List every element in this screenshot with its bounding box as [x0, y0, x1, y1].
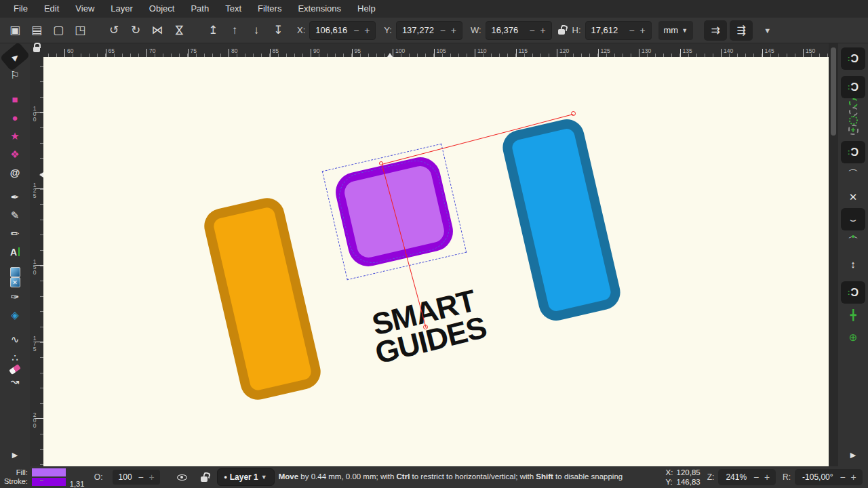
lower-to-bottom-button[interactable]: ↧ [267, 20, 289, 41]
deselect-button[interactable]: ▢ [47, 20, 69, 41]
blue-rectangle[interactable] [499, 116, 623, 324]
gradient-tool[interactable] [10, 267, 20, 277]
snap-bounding-box[interactable]: Ɔ [841, 76, 865, 98]
dropper-tool[interactable]: ✑ [3, 287, 27, 306]
y-increment-button[interactable]: + [448, 25, 459, 36]
snapbar-expand-arrow[interactable]: ▶ [850, 451, 856, 460]
scale-stroke-toggle[interactable]: ⇉ [704, 20, 727, 41]
opacity-value[interactable]: 100 [115, 472, 136, 482]
paint-bucket-tool[interactable]: ◈ [3, 306, 27, 324]
snap-smooth-nodes[interactable]: ⌒ [841, 230, 865, 253]
lower-button[interactable]: ↓ [245, 20, 267, 41]
rotation-decrement-button[interactable]: − [837, 472, 848, 483]
h-decrement-button[interactable]: − [627, 25, 637, 36]
snap-global-toggle[interactable]: Ɔ [841, 47, 865, 70]
rectangle-tool[interactable]: ■ [3, 90, 27, 108]
w-field[interactable]: 16,376 − + [486, 21, 552, 40]
snap-bbox-centers[interactable]: + [848, 125, 859, 135]
zoom-value[interactable]: 241% [722, 472, 751, 482]
x-increment-button[interactable]: + [361, 25, 372, 36]
vertical-ruler[interactable]: 100125150175200 [30, 52, 43, 488]
scrollbar-thumb[interactable] [831, 47, 836, 136]
w-value[interactable]: 16,376 [489, 25, 527, 35]
snap-nodes-paths[interactable]: Ɔ [841, 141, 865, 163]
zoom-field[interactable]: 241% − + [718, 469, 776, 485]
mesh-gradient-tool[interactable]: ✕ [10, 277, 20, 287]
box3d-tool[interactable]: ❖ [3, 145, 27, 163]
star-tool[interactable]: ★ [3, 127, 27, 145]
layer-lock-toggle[interactable] [195, 469, 213, 485]
opacity-increment-button[interactable]: + [146, 472, 157, 483]
menu-item[interactable]: Object [141, 0, 183, 18]
menu-item[interactable]: Path [182, 0, 217, 18]
opacity-field[interactable]: 100 − + [113, 470, 160, 485]
calligraphy-tool[interactable]: ✏ [3, 224, 27, 243]
snap-line-midpoints[interactable]: ↕ [841, 253, 865, 275]
select-all-button[interactable]: ▣ [4, 20, 26, 41]
raise-to-top-button[interactable]: ↥ [202, 20, 224, 41]
x-field[interactable]: 106,616 − + [309, 21, 376, 40]
ellipse-tool[interactable]: ● [3, 108, 27, 127]
spray-tool[interactable]: ∴ [3, 348, 27, 367]
canvas[interactable]: SMART GUIDES [43, 57, 829, 466]
menu-item[interactable]: Layer [102, 0, 141, 18]
rotate-ccw-button[interactable]: ↺ [103, 20, 125, 41]
w-decrement-button[interactable]: − [527, 25, 538, 36]
snap-bbox-corners[interactable] [849, 107, 858, 116]
selection-touch-button[interactable]: ◳ [69, 20, 91, 41]
snap-path-intersections[interactable]: ✕ [841, 186, 865, 208]
orange-rectangle[interactable] [201, 195, 324, 403]
y-value[interactable]: 137,272 [399, 25, 437, 35]
snap-others[interactable]: Ɔ [841, 281, 865, 304]
zoom-decrement-button[interactable]: − [751, 472, 762, 483]
pencil-tool[interactable]: ✎ [3, 206, 27, 224]
snap-cusp-nodes[interactable]: ⌣ [841, 208, 865, 230]
opacity-decrement-button[interactable]: − [136, 472, 146, 483]
menu-item[interactable]: File [5, 0, 36, 18]
raise-button[interactable]: ↑ [224, 20, 245, 41]
menu-item[interactable]: Extensions [290, 0, 349, 18]
menu-item[interactable]: Edit [36, 0, 67, 18]
horizontal-ruler[interactable]: 6065707580859095100105110115120125130135… [43, 43, 829, 57]
snap-rotation-center[interactable]: ⊕ [841, 326, 865, 348]
tweak-tool[interactable]: ∿ [3, 330, 27, 348]
snap-grid[interactable]: ╋ [841, 304, 865, 326]
vertical-scrollbar[interactable] [829, 43, 838, 466]
menu-item[interactable]: Text [217, 0, 250, 18]
menu-item[interactable]: Filters [250, 0, 290, 18]
zoom-increment-button[interactable]: + [762, 472, 772, 483]
snap-to-paths[interactable]: ⌒ [841, 163, 865, 186]
snap-bbox-edges[interactable] [849, 98, 858, 107]
y-field[interactable]: 137,272 − + [396, 21, 462, 40]
pen-tool[interactable]: ✒ [3, 188, 27, 206]
x-decrement-button[interactable]: − [351, 25, 361, 36]
rotation-increment-button[interactable]: + [848, 472, 859, 483]
lock-width-height-button[interactable] [553, 20, 570, 41]
h-value[interactable]: 17,612 [589, 25, 627, 35]
layer-visibility-toggle[interactable] [174, 469, 191, 485]
x-value[interactable]: 106,616 [313, 25, 351, 35]
unit-dropdown[interactable]: mm ▼ [658, 21, 694, 40]
snap-bbox-edge-midpoints[interactable] [849, 116, 858, 125]
stroke-width-value[interactable]: 1,31 [70, 480, 87, 488]
layer-selector[interactable]: • Layer 1 ▼ [217, 468, 275, 486]
connector-tool[interactable]: ↝ [3, 372, 27, 390]
rotation-value[interactable]: -105,00° [798, 472, 837, 482]
toolbar-options-chevron[interactable]: ▼ [764, 26, 771, 35]
toolbox-expand-arrow[interactable]: ▶ [12, 451, 18, 460]
menu-item[interactable]: View [67, 0, 102, 18]
h-increment-button[interactable]: + [637, 25, 648, 36]
spiral-tool[interactable]: @ [3, 163, 27, 182]
guides-lock-corner[interactable] [30, 43, 43, 52]
flip-horizontal-button[interactable]: ⋈ [146, 20, 168, 41]
rotate-cw-button[interactable]: ↻ [125, 20, 146, 41]
select-all-layers-button[interactable]: ▤ [26, 20, 47, 41]
flip-vertical-button[interactable]: ⋈ [168, 20, 190, 41]
text-tool[interactable]: A [3, 243, 27, 261]
w-increment-button[interactable]: + [538, 25, 549, 36]
y-decrement-button[interactable]: − [437, 25, 448, 36]
h-field[interactable]: 17,612 − + [585, 21, 652, 40]
menu-item[interactable]: Help [349, 0, 384, 18]
rotation-field[interactable]: -105,00° − + [795, 469, 863, 485]
scale-corners-toggle[interactable]: ⇶ [730, 20, 753, 41]
